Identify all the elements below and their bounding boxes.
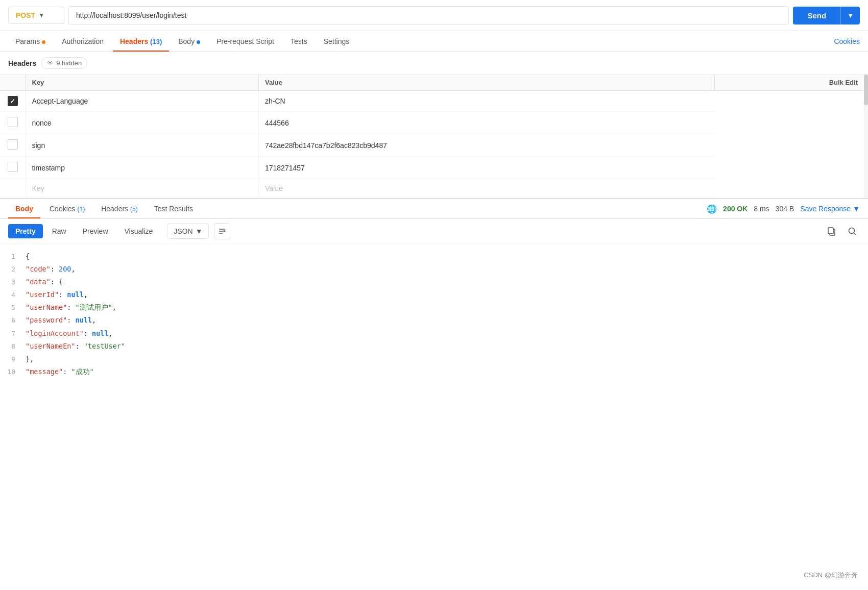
- col-bulk-header[interactable]: Bulk Edit: [714, 75, 868, 91]
- svg-rect-4: [828, 228, 833, 234]
- wrap-lines-button[interactable]: [214, 223, 230, 239]
- response-size: 304 B: [776, 205, 794, 213]
- cookies-link[interactable]: Cookies: [834, 37, 860, 45]
- resp-tab-headers[interactable]: Headers (5): [94, 199, 144, 218]
- headers-section-header: Headers 👁 9 hidden: [0, 52, 868, 75]
- header-value-cell[interactable]: zh-CN: [258, 91, 714, 112]
- wrap-icon: [218, 227, 226, 235]
- json-line: 8 "userNameEn": "testUser": [0, 340, 868, 353]
- table-row: nonce444566: [0, 112, 868, 134]
- method-chevron-icon: ▼: [38, 12, 44, 19]
- header-key-cell[interactable]: nonce: [26, 112, 258, 134]
- header-key-cell[interactable]: timestamp: [26, 157, 258, 179]
- send-button-group: Send ▼: [793, 7, 860, 24]
- checkbox-unchecked[interactable]: [8, 117, 18, 127]
- watermark: CSDN @幻游奔奔: [804, 571, 858, 580]
- tab-prerequest[interactable]: Pre-request Script: [209, 31, 281, 52]
- json-chevron-icon: ▼: [196, 227, 203, 235]
- checkbox-unchecked[interactable]: [8, 139, 18, 150]
- header-key-cell[interactable]: Accept-Language: [26, 91, 258, 112]
- header-key-cell[interactable]: sign: [26, 134, 258, 157]
- response-body: 1{2 "code": 200,3 "data": {4 "userId": n…: [0, 244, 868, 384]
- tab-authorization[interactable]: Authorization: [55, 31, 111, 52]
- eye-icon: 👁: [47, 59, 54, 67]
- method-selector[interactable]: POST ▼: [8, 7, 64, 24]
- header-value-cell[interactable]: 1718271457: [258, 157, 714, 179]
- json-line: 5 "userName": "测试用户",: [0, 301, 868, 314]
- response-tab-bar: Body Cookies (1) Headers (5) Test Result…: [0, 198, 868, 219]
- globe-icon: 🌐: [707, 204, 717, 214]
- json-line: 9 },: [0, 353, 868, 365]
- response-status-area: 🌐 200 OK 8 ms 304 B Save Response ▼: [707, 204, 860, 214]
- json-line: 4 "userId": null,: [0, 288, 868, 301]
- resp-tab-test-results[interactable]: Test Results: [147, 199, 200, 218]
- json-line: 7 "loginAccount": null,: [0, 327, 868, 340]
- header-value-cell[interactable]: Value: [258, 179, 714, 198]
- format-tab-preview[interactable]: Preview: [76, 224, 115, 238]
- url-bar: POST ▼ Send ▼: [0, 0, 868, 31]
- table-row: sign742ae28fbd147ca7b2f6ac823cb9d487: [0, 134, 868, 157]
- header-value-cell[interactable]: 444566: [258, 112, 714, 134]
- status-code: 200 OK: [723, 205, 748, 213]
- headers-title: Headers: [8, 59, 36, 67]
- copy-icon: [827, 227, 836, 236]
- format-tab-raw[interactable]: Raw: [45, 224, 74, 238]
- tab-params[interactable]: Params: [8, 31, 53, 52]
- scroll-thumb[interactable]: [864, 75, 868, 105]
- hidden-headers-badge[interactable]: 👁 9 hidden: [41, 57, 87, 69]
- save-response-chevron-icon: ▼: [853, 205, 860, 213]
- header-value-cell[interactable]: 742ae28fbd147ca7b2f6ac823cb9d487: [258, 134, 714, 157]
- headers-table-container: Key Value Bulk Edit Accept-Languagezh-CN…: [0, 75, 868, 198]
- resp-tab-cookies[interactable]: Cookies (1): [42, 199, 92, 218]
- checkbox-checked[interactable]: [8, 96, 18, 106]
- params-dot: [42, 40, 45, 44]
- copy-button[interactable]: [824, 224, 839, 239]
- tab-settings[interactable]: Settings: [317, 31, 357, 52]
- body-dot: [197, 40, 200, 44]
- svg-point-5: [849, 228, 855, 234]
- json-line: 3 "data": {: [0, 276, 868, 288]
- col-checkbox: [0, 75, 26, 91]
- search-button[interactable]: [845, 224, 860, 239]
- method-label: POST: [16, 11, 35, 19]
- col-key-header: Key: [26, 75, 258, 91]
- json-line: 2 "code": 200,: [0, 263, 868, 276]
- url-input[interactable]: [68, 6, 789, 24]
- table-row: KeyValue: [0, 179, 868, 198]
- scroll-track: [864, 75, 868, 198]
- resp-tab-body[interactable]: Body: [8, 199, 40, 218]
- send-button[interactable]: Send: [793, 7, 840, 24]
- right-icons: [824, 224, 860, 239]
- svg-line-6: [854, 233, 856, 235]
- checkbox-unchecked[interactable]: [8, 162, 18, 172]
- request-tab-bar: Params Authorization Headers (13) Body P…: [0, 31, 868, 52]
- format-tab-visualize[interactable]: Visualize: [117, 224, 160, 238]
- header-key-cell[interactable]: Key: [26, 179, 258, 198]
- save-response-button[interactable]: Save Response ▼: [800, 205, 860, 213]
- tab-body[interactable]: Body: [171, 31, 207, 52]
- json-line: 10 "message": "成功": [0, 365, 868, 378]
- response-toolbar: Pretty Raw Preview Visualize JSON ▼: [0, 219, 868, 244]
- response-time: 8 ms: [754, 205, 769, 213]
- json-line: 1{: [0, 250, 868, 263]
- table-row: timestamp1718271457: [0, 157, 868, 179]
- col-value-header: Value: [258, 75, 714, 91]
- format-tab-pretty[interactable]: Pretty: [8, 224, 43, 238]
- tab-headers[interactable]: Headers (13): [113, 31, 169, 52]
- send-dropdown-button[interactable]: ▼: [840, 7, 860, 24]
- tab-tests[interactable]: Tests: [283, 31, 315, 52]
- table-row: Accept-Languagezh-CN: [0, 91, 868, 112]
- headers-table: Key Value Bulk Edit Accept-Languagezh-CN…: [0, 75, 868, 198]
- json-line: 6 "password": null,: [0, 314, 868, 327]
- format-json-dropdown[interactable]: JSON ▼: [167, 224, 209, 239]
- search-icon: [848, 227, 857, 236]
